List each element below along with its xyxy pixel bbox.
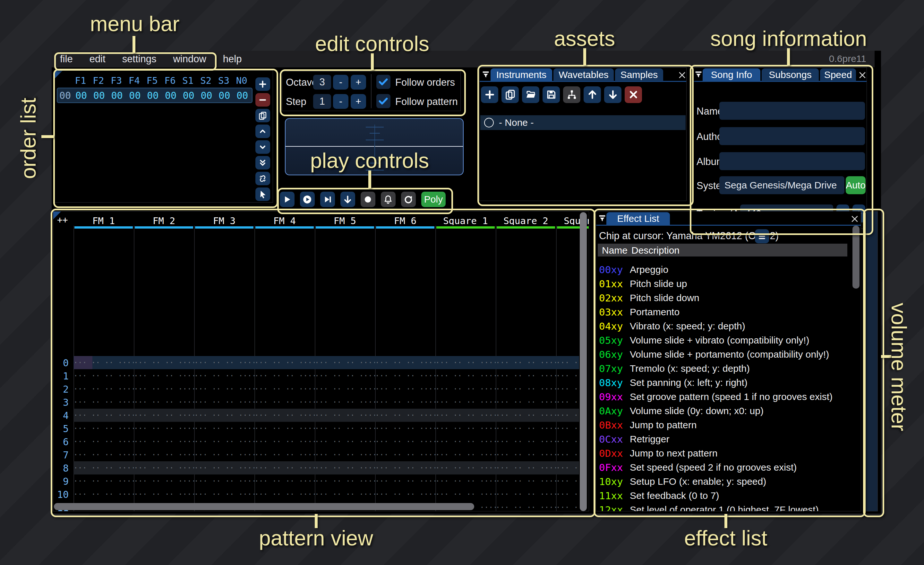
pattern-cell[interactable]: ··· ·· ·· ···· bbox=[74, 358, 134, 368]
pattern-row-4[interactable]: 4··· ·· ·· ······· ·· ·· ······· ·· ·· ·… bbox=[53, 409, 589, 422]
pattern-cell[interactable]: ··· ·· ·· ···· bbox=[194, 358, 254, 368]
pattern-cell[interactable]: ··· ·· ·· ···· bbox=[315, 490, 375, 499]
effect-row-12xx[interactable]: 12xxSet level of operator 1 (0 highest, … bbox=[596, 503, 861, 511]
play-pattern-button[interactable] bbox=[300, 192, 315, 207]
pattern-cell[interactable]: ··· ·· ·· ···· bbox=[74, 371, 134, 381]
pattern-cell[interactable]: ··· ·· ·· ···· bbox=[315, 398, 375, 407]
pattern-cell[interactable]: ··· ·· ·· ···· bbox=[254, 385, 315, 394]
octave-increase-button[interactable]: + bbox=[351, 75, 366, 90]
pattern-cell[interactable]: ··· ·· ·· ···· bbox=[435, 490, 496, 499]
duplicate-order-button[interactable] bbox=[255, 109, 270, 122]
pattern-cell[interactable]: ··· ·· ·· ···· bbox=[254, 477, 315, 486]
order-cell[interactable]: 00 bbox=[198, 90, 216, 101]
tab-speed[interactable]: Speed bbox=[820, 68, 856, 81]
channel-activity-bar[interactable] bbox=[135, 226, 193, 228]
effect-row-0Axy[interactable]: 0AxyVolume slide (0y: down; x0: up) bbox=[596, 404, 861, 418]
pattern-cell[interactable]: ··· ·· ·· ···· bbox=[134, 411, 194, 421]
pattern-cell[interactable]: ··· ·· ·· ···· bbox=[375, 464, 435, 473]
pattern-cell[interactable]: ··· ·· ·· ···· bbox=[315, 411, 375, 421]
order-cell[interactable]: 00 bbox=[144, 90, 162, 101]
filter-icon[interactable] bbox=[598, 214, 607, 224]
step-row-button[interactable] bbox=[320, 192, 335, 207]
step-increase-button[interactable]: + bbox=[351, 94, 366, 109]
effect-row-0Bxx[interactable]: 0BxxJump to pattern bbox=[596, 418, 861, 432]
deep-clone-button[interactable] bbox=[255, 172, 270, 185]
author-input[interactable] bbox=[719, 127, 865, 145]
open-instrument-button[interactable] bbox=[522, 86, 539, 103]
pattern-cell[interactable]: ··· ·· ·· ···· bbox=[254, 451, 315, 460]
order-cell[interactable]: 00 bbox=[233, 90, 251, 101]
pattern-cell[interactable]: ··· ·· ·· ···· bbox=[496, 451, 556, 460]
close-icon[interactable] bbox=[677, 70, 687, 80]
order-cell[interactable]: 00 bbox=[126, 90, 144, 101]
pattern-cell[interactable]: ··· ·· ·· ···· bbox=[435, 371, 496, 381]
pattern-cell[interactable]: ··· ·· ·· ···· bbox=[134, 437, 194, 447]
pattern-cell[interactable]: ··· ·· ·· ···· bbox=[194, 490, 254, 499]
pattern-cell[interactable]: ··· ·· ·· ···· bbox=[496, 464, 556, 473]
pattern-cell[interactable]: ··· ·· ·· ···· bbox=[375, 437, 435, 447]
follow-orders-checkbox[interactable] bbox=[376, 75, 390, 89]
pattern-cell[interactable]: ··· ·· ·· ···· bbox=[315, 424, 375, 434]
close-icon[interactable] bbox=[850, 214, 860, 224]
effect-row-03xx[interactable]: 03xxPortamento bbox=[596, 305, 861, 319]
pattern-cell[interactable]: ··· ·· ·· ···· bbox=[315, 464, 375, 473]
pattern-cell[interactable]: ··· ·· ·· ···· bbox=[134, 464, 194, 473]
pattern-cell[interactable]: ··· ·· ·· ···· bbox=[496, 385, 556, 394]
tab-samples[interactable]: Samples bbox=[615, 68, 663, 81]
channel-activity-bar[interactable] bbox=[376, 226, 434, 228]
effect-list-scrollbar[interactable] bbox=[852, 226, 860, 511]
pattern-cell[interactable]: ··· ·· ·· ···· bbox=[315, 451, 375, 460]
save-instrument-button[interactable] bbox=[543, 86, 560, 103]
pattern-cell[interactable]: ··· ·· ·· ···· bbox=[194, 411, 254, 421]
pattern-cell[interactable]: ··· ·· ·· ···· bbox=[194, 464, 254, 473]
pattern-cell[interactable]: ··· ·· ·· ···· bbox=[194, 437, 254, 447]
channel-header-square-1[interactable]: Square 1 bbox=[435, 215, 496, 225]
effect-row-10xy[interactable]: 10xySetup LFO (x: enable; y: speed) bbox=[596, 475, 861, 488]
pattern-cell[interactable]: ··· ·· ·· ···· bbox=[375, 385, 435, 394]
octave-decrease-button[interactable]: - bbox=[333, 75, 348, 90]
auto-system-button[interactable]: Auto bbox=[846, 176, 866, 194]
channel-header-fm-4[interactable]: FM 4 bbox=[254, 215, 315, 225]
step-value[interactable]: 1 bbox=[313, 94, 331, 109]
pattern-cell[interactable]: ··· ·· ·· ···· bbox=[74, 424, 134, 434]
pattern-cell[interactable]: ··· ·· ·· ···· bbox=[134, 385, 194, 394]
tab-song-info[interactable]: Song Info bbox=[703, 68, 760, 81]
order-edit-mode-button[interactable] bbox=[255, 188, 270, 201]
instrument-folder-view-button[interactable] bbox=[563, 86, 580, 103]
pattern-cell[interactable]: ··· ·· ·· ···· bbox=[315, 477, 375, 486]
pattern-options-button[interactable]: ++ bbox=[57, 215, 68, 225]
effect-row-02xx[interactable]: 02xxPitch slide down bbox=[596, 291, 861, 305]
pattern-cell[interactable]: ··· ·· ·· ···· bbox=[435, 424, 496, 434]
pattern-cell[interactable]: ··· ·· ·· ···· bbox=[315, 385, 375, 394]
pattern-cell[interactable]: ··· ·· ·· ···· bbox=[435, 464, 496, 473]
pattern-cell[interactable]: ··· ·· ·· ···· bbox=[254, 398, 315, 407]
pattern-cell[interactable]: ··· ·· ·· ···· bbox=[375, 358, 435, 368]
system-select[interactable]: Sega Genesis/Mega Drive bbox=[719, 176, 844, 194]
effect-row-07xy[interactable]: 07xyTremolo (x: speed; y: depth) bbox=[596, 361, 861, 376]
pattern-row-2[interactable]: 2··· ·· ·· ······· ·· ·· ······· ·· ·· ·… bbox=[53, 382, 589, 395]
duplicate-instrument-button[interactable] bbox=[501, 86, 519, 103]
pattern-cell[interactable]: ··· ·· ·· ···· bbox=[496, 424, 556, 434]
pattern-cell[interactable]: ··· ·· ·· ···· bbox=[194, 385, 254, 394]
pattern-cell[interactable]: ··· ·· ·· ···· bbox=[194, 451, 254, 460]
metronome-button[interactable] bbox=[381, 192, 396, 207]
album-input[interactable] bbox=[719, 152, 865, 170]
tab-instruments[interactable]: Instruments bbox=[490, 68, 552, 81]
pattern-row-1[interactable]: 1··· ·· ·· ······· ·· ·· ······· ·· ·· ·… bbox=[53, 369, 589, 382]
pattern-vertical-scrollbar[interactable] bbox=[580, 212, 587, 511]
pattern-cell[interactable]: ··· ·· ·· ···· bbox=[74, 464, 134, 473]
effect-row-0Cxx[interactable]: 0CxxRetrigger bbox=[596, 432, 861, 446]
pattern-cell[interactable]: ··· ·· ·· ···· bbox=[74, 451, 134, 460]
pattern-cell[interactable]: ··· ·· ·· ···· bbox=[375, 477, 435, 486]
instrument-list-item[interactable]: - None - bbox=[480, 115, 686, 130]
effect-row-09xx[interactable]: 09xxSet groove pattern (speed 1 if no gr… bbox=[596, 390, 861, 404]
pattern-cell[interactable]: ··· ·· ·· ···· bbox=[496, 437, 556, 447]
delete-instrument-button[interactable] bbox=[625, 86, 642, 103]
pattern-cell[interactable]: ··· ·· ·· ···· bbox=[254, 411, 315, 421]
pattern-cell[interactable]: ··· ·· ·· ···· bbox=[254, 464, 315, 473]
pattern-cell[interactable]: ··· ·· ·· ···· bbox=[194, 424, 254, 434]
pattern-cell[interactable]: ··· ·· ·· ···· bbox=[74, 490, 134, 499]
order-cell[interactable]: 00 bbox=[215, 90, 233, 101]
pattern-cell[interactable]: ··· ·· ·· ···· bbox=[134, 398, 194, 407]
step-decrease-button[interactable]: - bbox=[333, 94, 348, 109]
